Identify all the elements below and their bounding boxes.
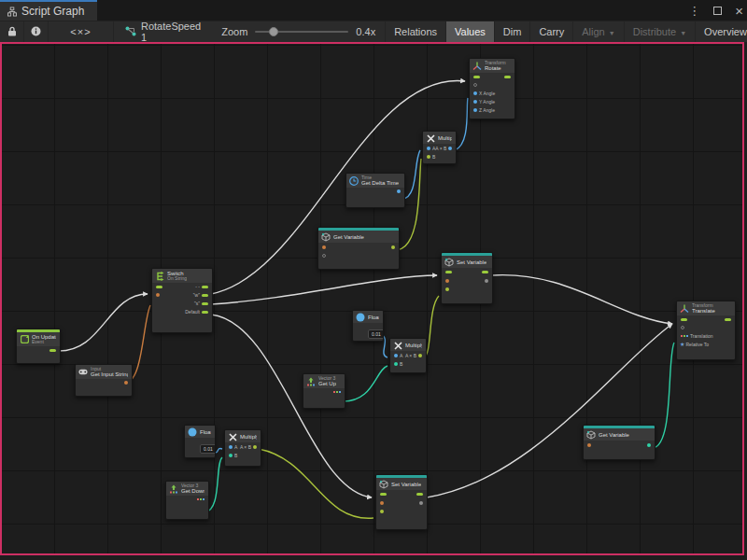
node-port-row (318, 251, 399, 259)
port[interactable]: ★ (680, 342, 684, 347)
port[interactable] (587, 443, 591, 447)
node-set-variable-mid[interactable]: Set Variable (441, 252, 493, 304)
node-rotate[interactable]: TransformRotateX AngleY AngleZ Angle (469, 58, 515, 119)
toolbar-button-dim[interactable]: Dim (495, 21, 531, 42)
node-get-delta-time[interactable]: TimeGet Delta Time (345, 173, 405, 208)
port[interactable] (681, 335, 688, 337)
port[interactable] (725, 318, 731, 321)
port[interactable] (380, 510, 384, 513)
node-set-variable-bot[interactable]: Set Variable (375, 474, 428, 530)
port[interactable] (473, 108, 477, 112)
info-button[interactable] (24, 21, 49, 42)
node-title: Set Variable (391, 482, 421, 487)
port-label: Default (185, 309, 200, 315)
port[interactable] (202, 311, 208, 314)
port[interactable] (207, 458, 211, 459)
toolbar-button-values[interactable]: Values (446, 21, 495, 42)
node-titles: Get Variable (333, 234, 364, 240)
toolbar-button-relations[interactable]: Relations (386, 21, 446, 42)
port[interactable] (333, 391, 341, 393)
node-multiply-mid[interactable]: MultiplyAA × BB (389, 338, 427, 373)
lock-button[interactable] (0, 21, 24, 42)
port[interactable] (445, 271, 452, 273)
node-vector3-get-up[interactable]: Vector 3Get Up (303, 373, 345, 409)
graph-node-icon (125, 26, 136, 38)
zoom-slider[interactable] (255, 31, 348, 33)
code-view-button[interactable]: <×> (49, 21, 114, 42)
port[interactable] (202, 302, 208, 305)
node-port-row: B (225, 451, 261, 459)
node-translate[interactable]: TransformTranslateTranslation★Relative T… (676, 301, 736, 360)
node-title: Translate (692, 308, 715, 314)
port[interactable] (482, 271, 488, 273)
port[interactable] (445, 287, 449, 291)
node-float-mid[interactable]: Float0.01 (352, 310, 384, 342)
port[interactable] (448, 147, 452, 150)
port[interactable] (397, 189, 401, 193)
tab-title: Script Graph (21, 5, 84, 18)
node-port-row (442, 276, 492, 285)
node-multiply-top[interactable]: MultiplyAA × BB (422, 131, 457, 164)
port[interactable] (427, 155, 430, 159)
port[interactable] (473, 76, 480, 78)
maximize-icon[interactable] (713, 4, 722, 18)
node-get-variable-br[interactable]: Get Variable (583, 425, 655, 460)
graph-canvas[interactable]: On UpdateEventInputGet Input StringSwitc… (0, 42, 744, 555)
port[interactable] (681, 318, 687, 321)
value-input[interactable]: 0.01 (368, 329, 384, 339)
node-get-variable-top[interactable]: Get Variable (317, 227, 400, 270)
port[interactable] (202, 286, 208, 288)
port[interactable] (156, 293, 160, 297)
port[interactable] (229, 454, 233, 457)
port[interactable] (197, 498, 204, 500)
node-get-input-string[interactable]: InputGet Input String (75, 364, 133, 397)
port[interactable] (229, 445, 233, 449)
wire-setvar-bot-to-translate-flow (427, 324, 672, 497)
port[interactable] (391, 245, 395, 249)
node-multiply-bot[interactable]: MultiplyAA × BB (224, 429, 261, 467)
toolbar-button-carry[interactable]: Carry (530, 21, 573, 42)
port[interactable] (394, 354, 398, 357)
port[interactable] (473, 91, 477, 95)
node-vector3-get-down[interactable]: Vector 3Get Down (165, 481, 209, 520)
close-icon[interactable]: × (735, 3, 743, 19)
port-label: A (234, 444, 237, 450)
port[interactable] (427, 147, 430, 150)
toolbar-button-align[interactable]: Align▼ (573, 21, 624, 42)
port[interactable] (322, 254, 326, 258)
node-port-row (442, 268, 492, 276)
zoom-slider-handle[interactable] (269, 27, 278, 36)
port[interactable] (380, 501, 384, 505)
toolbar-button-distribute[interactable]: Distribute▼ (625, 21, 696, 42)
toolbar-button-overview[interactable]: Overview (696, 21, 747, 42)
port[interactable] (445, 279, 449, 283)
node-on-update[interactable]: On UpdateEvent (16, 329, 61, 364)
graph-breadcrumb[interactable]: RotateSpeed 1 (114, 21, 212, 42)
port[interactable] (322, 245, 326, 249)
tab-script-graph[interactable]: Script Graph (0, 0, 97, 21)
node-float-bot[interactable]: Float0.01 (184, 425, 216, 458)
node-port-row: Y Angle (470, 98, 514, 106)
node-switch-on-string[interactable]: SwitchOn String- -"w""s"Default (151, 268, 213, 333)
port[interactable] (419, 501, 423, 505)
node-titles: Get Variable (599, 432, 629, 438)
port[interactable] (49, 349, 56, 352)
port[interactable] (681, 326, 684, 329)
port[interactable] (416, 493, 423, 496)
port[interactable] (473, 83, 477, 87)
port[interactable] (156, 286, 162, 288)
port[interactable] (202, 294, 208, 297)
port[interactable] (380, 493, 387, 496)
node-port-row (185, 455, 215, 458)
port[interactable] (253, 445, 257, 449)
port[interactable] (418, 354, 422, 357)
port[interactable] (647, 443, 651, 447)
value-input[interactable]: 0.01 (200, 444, 216, 454)
port[interactable] (485, 279, 488, 283)
menu-icon[interactable]: ⋮ (688, 4, 700, 18)
port[interactable] (394, 362, 398, 366)
zoom-value: 0.4x (356, 26, 375, 37)
port[interactable] (504, 76, 511, 78)
port[interactable] (473, 100, 477, 104)
port[interactable] (124, 381, 128, 385)
